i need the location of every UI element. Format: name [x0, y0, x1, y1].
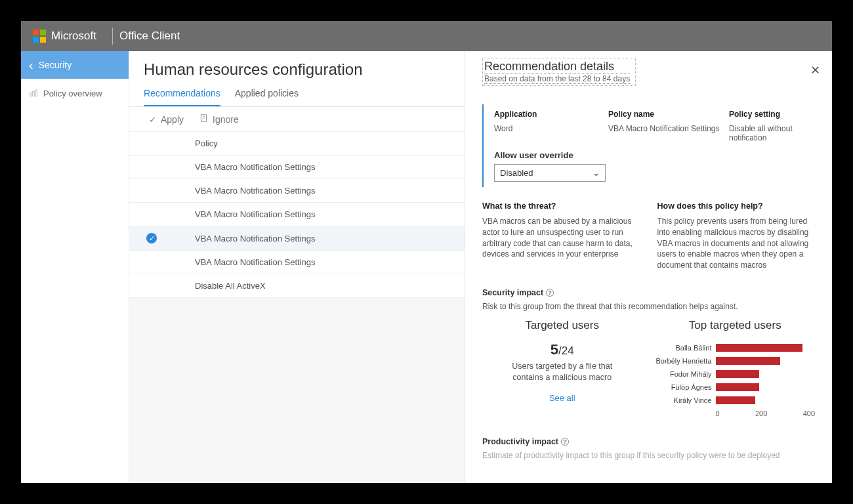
row-policy-name: VBA Macro Notification Settings [195, 162, 316, 172]
chart-tick-label: 0 [716, 410, 720, 417]
header-divider [112, 28, 113, 45]
targeted-users-caption: Users targeted by a file that contains a… [507, 361, 618, 384]
chart-bar [716, 396, 756, 404]
targeted-users-total: /24 [558, 345, 574, 357]
override-value: Disabled [500, 168, 533, 178]
chart-bar-row: Király Vince [655, 394, 816, 407]
svg-rect-1 [33, 91, 34, 96]
back-label: Security [39, 60, 72, 70]
application-value: Word [494, 124, 599, 142]
brand-label: Microsoft [51, 30, 96, 43]
row-policy-name: VBA Macro Notification Settings [195, 186, 316, 196]
panel-title: Recommendation details [484, 60, 630, 74]
chevron-left-icon [29, 58, 33, 72]
chart-bar [716, 344, 803, 352]
row-policy-name: VBA Macro Notification Settings [195, 209, 316, 219]
policy-overview-icon [29, 88, 38, 99]
help-text: This policy prevents users from being lu… [657, 216, 816, 271]
tab-recommendations[interactable]: Recommendations [144, 83, 220, 106]
close-icon: ✕ [810, 64, 820, 77]
chart-bar-track [716, 396, 816, 404]
chart-bar-track [716, 370, 816, 378]
chart-bar [716, 357, 780, 365]
svg-rect-0 [30, 93, 31, 96]
chart-axis: 0200400 [716, 410, 816, 417]
apply-label: Apply [161, 114, 184, 125]
row-policy-name: Disable All ActiveX [195, 281, 266, 291]
chart-bar-row: Fodor Mihály [655, 368, 816, 381]
nav-policy-overview[interactable]: Policy overview [21, 79, 129, 108]
info-icon[interactable]: ? [546, 289, 554, 297]
tabs: Recommendations Applied policies [129, 83, 465, 107]
table-row[interactable]: VBA Macro Notification Settings [129, 179, 465, 203]
chart-category-label: Király Vince [655, 396, 716, 404]
details-panel: ✕ Recommendation details Based on data f… [465, 51, 832, 483]
device-frame: Microsoft Office Client Security Policy … [7, 7, 846, 497]
checkmark-badge-icon: ✓ [146, 233, 157, 243]
ignore-label: Ignore [213, 114, 239, 125]
back-to-security[interactable]: Security [21, 51, 129, 79]
chevron-down-icon: ⌄ [593, 168, 600, 178]
policy-summary: Application Policy name Policy setting W… [482, 104, 815, 187]
policy-setting-value: Disable all without notification [729, 124, 815, 142]
security-impact-text: Risk to this group from the threat that … [482, 301, 815, 312]
targeted-users-block: Targeted users 5/24 Users targeted by a … [482, 319, 642, 417]
chart-bar-track [716, 344, 816, 352]
chart-category-label: Balla Bálint [655, 344, 716, 352]
chart-bar [716, 370, 759, 378]
chart-tick-label: 400 [803, 410, 815, 417]
ignore-icon [199, 114, 209, 125]
row-select-cell[interactable]: ✓ [144, 233, 195, 243]
productivity-impact-heading: Productivity impact ? [482, 437, 815, 446]
productivity-impact-text: Estimate of productivity impact to this … [482, 450, 815, 461]
chart-bar-row: Fülöp Ágnes [655, 381, 816, 394]
policy-setting-label: Policy setting [729, 110, 815, 119]
policy-name-value: VBA Macro Notification Settings [608, 124, 720, 142]
chart-bar [716, 383, 759, 391]
chart-category-label: Fülöp Ágnes [655, 383, 716, 391]
page-title: Human resources configuration [129, 51, 465, 83]
close-panel-button[interactable]: ✕ [810, 63, 820, 77]
chart-tick-label: 200 [755, 410, 767, 417]
list-toolbar: Apply Ignore [129, 107, 465, 132]
app-header: Microsoft Office Client [21, 21, 832, 51]
top-targeted-title: Top targeted users [655, 319, 816, 332]
ignore-button[interactable]: Ignore [199, 114, 239, 125]
top-targeted-chart: Balla BálintBorbély HenriettaFodor Mihál… [655, 341, 816, 417]
chart-bar-row: Borbély Henrietta [655, 354, 816, 368]
override-select[interactable]: Disabled ⌄ [494, 164, 606, 182]
table-row[interactable]: VBA Macro Notification Settings [129, 156, 465, 179]
targeted-users-title: Targeted users [482, 319, 642, 332]
chart-category-label: Fodor Mihály [655, 370, 716, 378]
table-row[interactable]: VBA Macro Notification Settings [129, 203, 465, 226]
chart-bar-track [716, 357, 816, 365]
threat-heading: What is the threat? [482, 201, 640, 211]
table-row[interactable]: VBA Macro Notification Settings [129, 251, 465, 274]
panel-subtitle: Based on data from the last 28 to 84 day… [484, 74, 630, 84]
table-row[interactable]: Disable All ActiveX [129, 274, 465, 298]
svg-rect-2 [35, 90, 37, 96]
row-policy-name: VBA Macro Notification Settings [195, 257, 316, 267]
tab-applied-policies[interactable]: Applied policies [235, 83, 299, 106]
app-name: Office Client [119, 30, 180, 43]
panel-title-block: Recommendation details Based on data fro… [482, 58, 636, 86]
security-impact-label: Security impact [482, 288, 543, 297]
top-targeted-block: Top targeted users Balla BálintBorbély H… [655, 319, 816, 417]
chart-bar-track [716, 383, 816, 391]
security-impact-heading: Security impact ? [482, 288, 815, 297]
nav-label: Policy overview [43, 89, 102, 98]
productivity-impact-label: Productivity impact [482, 437, 558, 446]
application-label: Application [494, 110, 599, 119]
left-rail: Security Policy overview [21, 51, 129, 483]
table-row[interactable]: ✓VBA Macro Notification Settings [129, 226, 465, 251]
targeted-users-fraction: 5/24 [482, 341, 642, 358]
threat-text: VBA macros can be abused by a malicious … [482, 216, 640, 260]
chart-bar-row: Balla Bálint [655, 341, 816, 354]
override-label: Allow user override [494, 150, 815, 160]
microsoft-logo-icon [33, 30, 46, 43]
info-icon[interactable]: ? [561, 438, 569, 446]
see-all-link[interactable]: See all [482, 393, 642, 403]
policy-name-label: Policy name [608, 110, 720, 119]
apply-button[interactable]: Apply [149, 114, 184, 125]
main-content: Human resources configuration Recommenda… [129, 51, 465, 483]
